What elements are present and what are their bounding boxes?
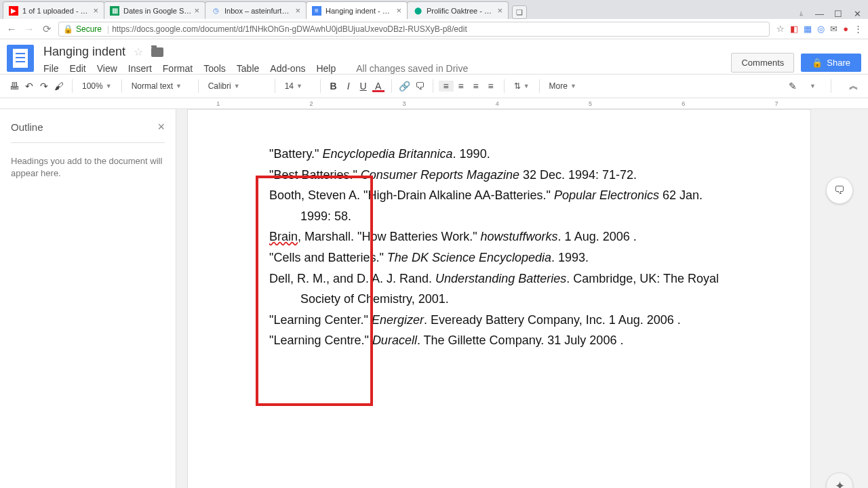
reference-entry[interactable]: "Learning Center." Energizer. Eveready B… <box>269 310 729 331</box>
ext-icon[interactable]: ◎ <box>817 24 825 34</box>
browser-chrome: ▶1 of 1 uploaded - YouT× ▦Dates in Googl… <box>0 0 868 39</box>
close-window-button[interactable]: ✕ <box>853 9 861 19</box>
reference-entry[interactable]: "Best Batteries." Consumer Reports Magaz… <box>269 165 729 186</box>
link-icon[interactable]: 🔗 <box>397 81 412 92</box>
reference-entry[interactable]: "Battery." Encyclopedia Britannica. 1990… <box>269 144 729 165</box>
sheets-icon: ▦ <box>110 6 119 16</box>
add-comment-button[interactable]: 🗨 <box>826 177 853 204</box>
close-icon[interactable]: × <box>497 5 502 16</box>
back-button[interactable]: ← <box>5 23 18 35</box>
print-icon[interactable]: 🖶 <box>7 81 22 92</box>
menu-format[interactable]: Format <box>163 63 193 74</box>
underline-button[interactable]: U <box>356 81 371 92</box>
doc-meta: Hanging indent ☆ File Edit View Insert F… <box>43 45 731 74</box>
document-area: Outline × Headings you add to the docume… <box>0 109 868 488</box>
italic-button[interactable]: I <box>341 81 356 92</box>
tab-docs-active[interactable]: ≡Hanging indent - Googl× <box>306 1 408 19</box>
align-center-icon[interactable]: ≡ <box>454 81 469 92</box>
paint-format-icon[interactable]: 🖌 <box>52 81 66 92</box>
bold-button[interactable]: B <box>326 81 341 92</box>
reference-entry[interactable]: Brain, Marshall. "How Batteries Work." h… <box>269 226 729 247</box>
minimize-button[interactable]: — <box>815 9 823 19</box>
document-page[interactable]: "Battery." Encyclopedia Britannica. 1990… <box>187 109 811 488</box>
style-selector[interactable]: Normal text▼ <box>127 81 193 91</box>
toolbar: 🖶 ↶ ↷ 🖌 100%▼ Normal text▼ Calibri▼ 14▼ … <box>0 74 868 98</box>
close-icon[interactable]: × <box>396 5 401 16</box>
extension-icons: ☆ ◧ ▦ ◎ ✉ ● ⋮ <box>776 24 863 34</box>
address-bar[interactable]: 🔒 Secure | https://docs.google.com/docum… <box>58 22 770 37</box>
menu-view[interactable]: View <box>97 63 117 74</box>
star-icon[interactable]: ☆ <box>134 45 143 58</box>
reference-entry[interactable]: Dell, R. M., and D. A. J. Rand. Understa… <box>269 268 729 310</box>
align-right-icon[interactable]: ≡ <box>469 81 484 92</box>
divider <box>11 142 165 143</box>
docs-header: Hanging indent ☆ File Edit View Insert F… <box>0 39 868 74</box>
font-size-selector[interactable]: 14▼ <box>281 81 315 91</box>
maximize-button[interactable]: ☐ <box>834 9 842 19</box>
menu-table[interactable]: Table <box>237 63 259 74</box>
address-bar-row: ← → ⟳ 🔒 Secure | https://docs.google.com… <box>0 19 868 39</box>
menu-addons[interactable]: Add-ons <box>270 63 305 74</box>
comment-icon[interactable]: 🗨 <box>412 81 427 92</box>
menu-help[interactable]: Help <box>316 63 336 74</box>
menu-icon[interactable]: ⋮ <box>854 24 863 34</box>
secure-label: Secure <box>76 24 102 34</box>
redo-icon[interactable]: ↷ <box>37 81 52 92</box>
tab-label: Prolific Oaktree - Googl <box>427 7 494 15</box>
inbox-icon: ◷ <box>211 6 220 16</box>
editing-mode-icon[interactable]: ✎ <box>785 81 800 92</box>
ext-icon[interactable]: ✉ <box>830 24 837 34</box>
user-indicator: ﾑ <box>800 10 804 18</box>
ruler-tick: 3 <box>403 100 406 107</box>
reload-button[interactable]: ⟳ <box>41 23 53 35</box>
ruler-tick: 5 <box>589 100 592 107</box>
site-icon: ⬤ <box>413 6 422 16</box>
more-button[interactable]: More▼ <box>545 81 580 91</box>
reference-entry[interactable]: "Learning Centre." Duracell. The Gillett… <box>269 330 729 351</box>
close-icon[interactable]: × <box>295 5 300 16</box>
font-selector[interactable]: Calibri▼ <box>204 81 269 91</box>
youtube-icon: ▶ <box>9 6 18 16</box>
close-icon[interactable]: × <box>93 5 98 16</box>
forward-button[interactable]: → <box>23 23 35 35</box>
ext-icon[interactable]: ◧ <box>790 24 798 34</box>
window-controls: ﾑ — ☐ ✕ <box>800 9 868 19</box>
share-button[interactable]: 🔒Share <box>801 54 861 72</box>
line-spacing-button[interactable]: ⇅▼ <box>510 81 534 91</box>
ext-icon[interactable]: ● <box>843 24 848 34</box>
menu-file[interactable]: File <box>43 63 59 74</box>
text-color-button[interactable]: A <box>371 81 386 92</box>
folder-icon[interactable] <box>151 47 163 57</box>
tab-strip: ▶1 of 1 uploaded - YouT× ▦Dates in Googl… <box>0 0 868 19</box>
align-left-icon[interactable]: ≡ <box>439 81 454 92</box>
reference-entry[interactable]: Booth, Steven A. "High-Drain Alkaline AA… <box>269 185 729 226</box>
ext-icon[interactable]: ▦ <box>804 24 812 34</box>
menu-edit[interactable]: Edit <box>70 63 86 74</box>
canvas: "Battery." Encyclopedia Britannica. 1990… <box>176 109 868 488</box>
tab-youtube[interactable]: ▶1 of 1 uploaded - YouT× <box>3 1 104 19</box>
comments-button[interactable]: Comments <box>731 53 794 73</box>
new-tab-button[interactable]: ❏ <box>512 5 527 19</box>
document-title[interactable]: Hanging indent <box>43 45 125 59</box>
ruler-tick: 7 <box>774 100 778 107</box>
ruler-tick: 1 <box>216 100 220 107</box>
tab-sheets[interactable]: ▦Dates in Google Sheets× <box>104 1 205 19</box>
tab-oaktree[interactable]: ⬤Prolific Oaktree - Googl× <box>407 1 509 19</box>
align-justify-icon[interactable]: ≡ <box>484 81 498 92</box>
header-actions: Comments 🔒Share <box>731 53 861 73</box>
close-icon[interactable]: × <box>194 5 199 16</box>
ruler[interactable]: 1 2 3 4 5 6 7 <box>0 98 868 109</box>
docs-icon: ≡ <box>312 6 321 16</box>
menu-tools[interactable]: Tools <box>203 63 226 74</box>
star-icon[interactable]: ☆ <box>776 24 785 34</box>
close-icon[interactable]: × <box>157 120 165 134</box>
ruler-tick: 6 <box>682 100 685 107</box>
tab-inbox[interactable]: ◷Inbox – asteinfurth@als× <box>205 1 307 19</box>
collapse-icon[interactable]: ︽ <box>846 80 861 92</box>
explore-button[interactable]: ✦ <box>826 472 853 488</box>
undo-icon[interactable]: ↶ <box>22 81 37 92</box>
zoom-selector[interactable]: 100%▼ <box>78 81 116 91</box>
menu-insert[interactable]: Insert <box>128 63 152 74</box>
reference-entry[interactable]: "Cells and Batteries." The DK Science En… <box>269 247 729 268</box>
docs-logo[interactable] <box>7 45 34 72</box>
